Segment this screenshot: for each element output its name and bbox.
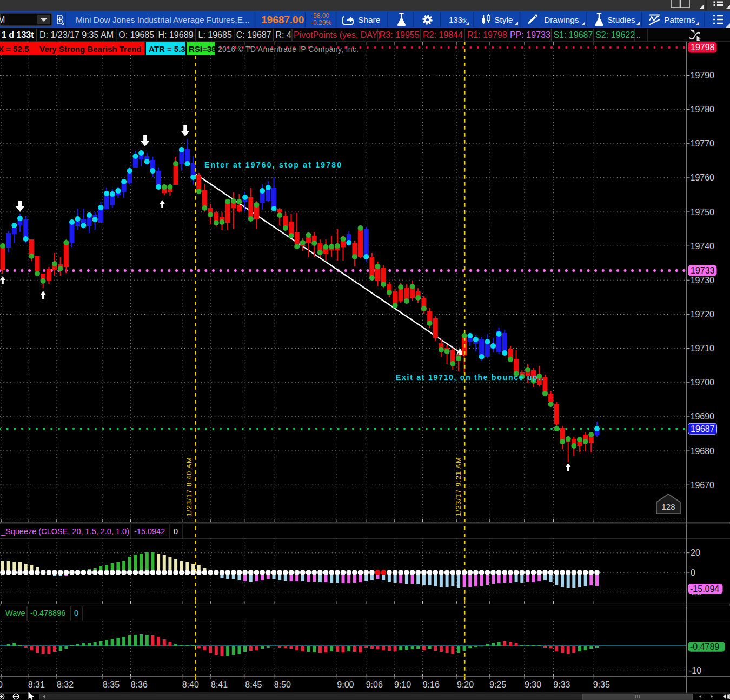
svg-text:..: ..	[636, 30, 641, 39]
svg-text:Enter at 19760, stop at 19780: Enter at 19760, stop at 19780	[204, 161, 342, 169]
svg-text:Studies: Studies	[607, 15, 635, 24]
svg-text:19730: 19730	[691, 276, 715, 285]
svg-text:19760: 19760	[691, 173, 715, 182]
svg-text:PP: 19733: PP: 19733	[510, 30, 550, 39]
svg-text:Mini Dow Jones Industrial Aver: Mini Dow Jones Industrial Average Future…	[76, 15, 250, 24]
svg-text:L: 19685: L: 19685	[198, 30, 232, 39]
svg-text:9:10: 9:10	[394, 680, 411, 689]
svg-text:Drawings: Drawings	[544, 15, 579, 24]
svg-text:8:45: 8:45	[245, 680, 262, 689]
svg-text:19770: 19770	[691, 139, 715, 148]
svg-text:Very Strong Bearish Trend: Very Strong Bearish Trend	[39, 44, 141, 54]
svg-text:ATR = 5.3: ATR = 5.3	[149, 44, 185, 54]
svg-text:-58.00: -58.00	[311, 12, 329, 19]
svg-text:19680: 19680	[691, 446, 715, 456]
svg-text:9:20: 9:20	[457, 680, 474, 689]
svg-text:128: 128	[661, 502, 675, 511]
svg-text:19750: 19750	[691, 208, 715, 217]
svg-text:8:31: 8:31	[28, 680, 45, 689]
svg-text:9:16: 9:16	[423, 680, 440, 689]
svg-text:-10: -10	[689, 666, 701, 675]
svg-text:0: 0	[74, 609, 78, 617]
svg-text:_Wave: _Wave	[1, 609, 25, 617]
svg-text:19790: 19790	[691, 71, 715, 80]
svg-text:_Squeeze (CLOSE, 20, 1.5, 2.0,: _Squeeze (CLOSE, 20, 1.5, 2.0, 1.0)	[1, 527, 129, 536]
svg-text:19670: 19670	[691, 481, 715, 490]
svg-text:19700: 19700	[691, 378, 715, 387]
svg-text:S1: 19687: S1: 19687	[553, 30, 593, 39]
svg-text:-0.29%: -0.29%	[311, 19, 331, 26]
svg-text:R: 4: R: 4	[276, 30, 291, 39]
svg-text:-0.4789: -0.4789	[690, 642, 719, 651]
svg-text:19780: 19780	[691, 105, 715, 114]
svg-text:R1: 19798: R1: 19798	[467, 30, 507, 39]
svg-text:X = 52.5: X = 52.5	[0, 44, 29, 54]
svg-text:-0.478896: -0.478896	[30, 609, 65, 617]
svg-text:1/23/17 9:21 AM: 1/23/17 9:21 AM	[454, 457, 462, 516]
svg-text:R3: 19955: R3: 19955	[380, 30, 420, 39]
svg-text:9:33: 9:33	[553, 680, 570, 689]
svg-text:0: 0	[0, 680, 3, 689]
svg-text:Exit at 19710, on the bounce u: Exit at 19710, on the bounce up..	[396, 373, 545, 382]
svg-text:RSI=38: RSI=38	[189, 44, 216, 54]
svg-text:-15.094: -15.094	[690, 584, 719, 594]
svg-text:19733: 19733	[691, 266, 715, 275]
svg-text:D: 1/23/17 9:35 AM: D: 1/23/17 9:35 AM	[39, 30, 114, 39]
svg-text:19690: 19690	[691, 412, 715, 421]
svg-text:9:00: 9:00	[337, 680, 354, 689]
svg-text:8:50: 8:50	[274, 680, 291, 689]
svg-text:2016 © TD Ameritrade IP Compan: 2016 © TD Ameritrade IP Company, Inc.	[218, 45, 359, 54]
svg-text:8:40: 8:40	[182, 680, 199, 689]
svg-text:8:32: 8:32	[57, 680, 74, 689]
svg-text:19687.00: 19687.00	[261, 14, 304, 25]
svg-text:19710: 19710	[691, 344, 715, 353]
svg-text:8:36: 8:36	[131, 680, 148, 689]
svg-text:R2: 19844: R2: 19844	[423, 30, 463, 39]
svg-text:9:35: 9:35	[593, 680, 610, 689]
svg-text:9:25: 9:25	[489, 680, 506, 689]
svg-text:O: 19685: O: 19685	[118, 30, 154, 39]
svg-text:19687: 19687	[691, 424, 715, 434]
svg-text:9:06: 9:06	[366, 680, 383, 689]
svg-text:19720: 19720	[691, 310, 715, 319]
svg-text:S2: 19622: S2: 19622	[595, 30, 635, 39]
svg-text:-15.0942: -15.0942	[134, 527, 165, 536]
svg-text:20: 20	[691, 548, 700, 557]
svg-text:M: M	[0, 15, 5, 24]
svg-text:0: 0	[691, 568, 695, 577]
svg-text:H: 19689: H: 19689	[158, 30, 194, 39]
svg-text:Patterns: Patterns	[664, 15, 695, 24]
svg-text:8:35: 8:35	[103, 680, 120, 689]
svg-text:0: 0	[174, 527, 178, 536]
svg-text:9:30: 9:30	[525, 680, 541, 689]
svg-text:PivotPoints (yes, DAY): PivotPoints (yes, DAY)	[294, 30, 381, 39]
svg-text:1 d 133t: 1 d 133t	[2, 30, 34, 39]
svg-text:Style: Style	[494, 15, 513, 24]
svg-text:C: 19687: C: 19687	[236, 30, 271, 39]
svg-text:19798: 19798	[691, 43, 715, 52]
svg-text:Share: Share	[358, 15, 380, 24]
svg-text:1/23/17 8:40 AM: 1/23/17 8:40 AM	[185, 457, 193, 516]
svg-text:19740: 19740	[691, 242, 715, 251]
svg-text:8:41: 8:41	[211, 680, 228, 689]
